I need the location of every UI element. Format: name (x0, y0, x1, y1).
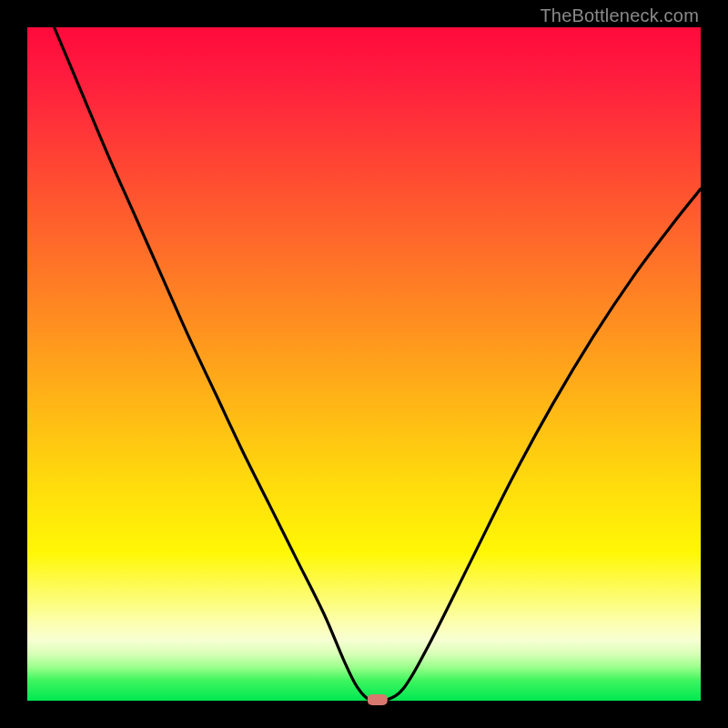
watermark-text: TheBottleneck.com (540, 5, 699, 26)
result-marker (368, 694, 388, 705)
plot-area (27, 27, 701, 701)
curve-svg (27, 27, 701, 701)
chart-frame: TheBottleneck.com (0, 0, 728, 728)
bottleneck-curve (55, 27, 701, 703)
